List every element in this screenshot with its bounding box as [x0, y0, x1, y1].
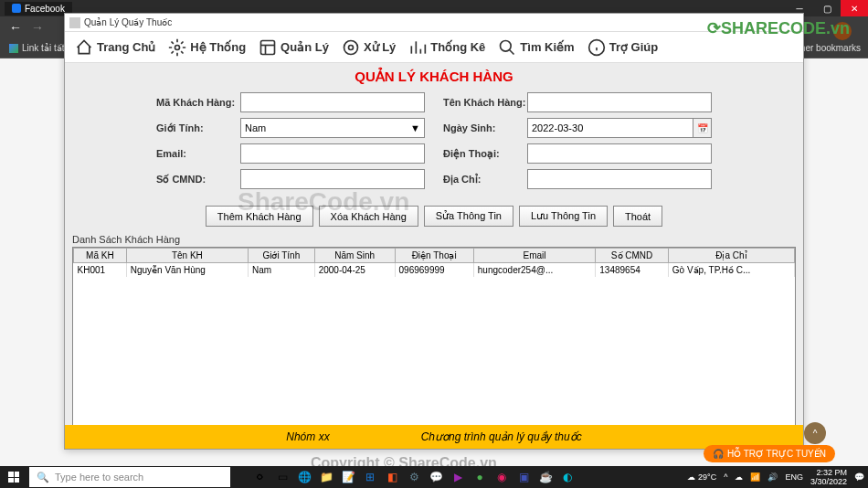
tray-clock[interactable]: 2:32 PM 3/30/2022	[810, 468, 847, 486]
svg-point-10	[501, 40, 512, 51]
add-button[interactable]: Thêm Khách Hàng	[206, 206, 313, 227]
weather-icon: ☁	[687, 472, 695, 482]
browser-tab[interactable]: Facebook	[5, 2, 72, 16]
app-footer: Nhóm xx Chương trình quản lý quầy thuốc	[65, 425, 803, 449]
table-cell: hungcoder254@...	[473, 263, 596, 278]
label-cmnd: Số CMND:	[156, 174, 240, 186]
toolbar-search[interactable]: Tìm Kiếm	[492, 37, 579, 58]
facebook-icon	[12, 4, 21, 13]
tray-lang[interactable]: ENG	[785, 472, 803, 482]
toolbar-label: Hệ Thống	[190, 40, 246, 54]
input-cmnd[interactable]	[240, 169, 425, 189]
scroll-top-button[interactable]: ^	[804, 422, 826, 444]
support-button[interactable]: 🎧 HỖ TRỢ TRỰC TUYẾN	[704, 445, 835, 462]
toolbar-home[interactable]: Trang Chủ	[69, 37, 161, 58]
app-icon-11[interactable]: ▣	[513, 467, 534, 487]
app-icon-7[interactable]: 💬	[426, 467, 446, 487]
input-ngay-sinh[interactable]	[527, 118, 693, 138]
footer-group: Nhóm xx	[286, 430, 329, 443]
maximize-button[interactable]: ▢	[813, 0, 841, 16]
app-icon-1[interactable]: 🌐	[294, 467, 314, 487]
table-header[interactable]: Số CMND	[596, 249, 669, 263]
input-email[interactable]	[240, 143, 425, 164]
select-value: Nam	[245, 122, 266, 133]
select-gioi-tinh[interactable]: Nam ▼	[240, 118, 425, 138]
bookmark-label: Link tải tất	[22, 43, 64, 53]
cortana-icon[interactable]: ⭘	[250, 467, 270, 487]
close-button[interactable]: ✕	[841, 0, 868, 16]
toolbar-manage[interactable]: Quản Lý	[253, 37, 334, 58]
table-header[interactable]: Năm Sinh	[314, 249, 395, 263]
search-placeholder: Type here to search	[55, 472, 143, 483]
forward-arrow-icon[interactable]: →	[31, 20, 44, 35]
table-cell: 2000-04-25	[314, 263, 395, 278]
list-label: Danh Sách Khách Hàng	[65, 234, 803, 247]
weather-widget[interactable]: ☁ 29°C	[687, 472, 716, 482]
table-cell: Gò Vấp, TP.Hồ C...	[668, 263, 794, 278]
taskview-icon[interactable]: ▭	[272, 467, 292, 487]
taskbar-search[interactable]: 🔍 Type here to search	[29, 467, 230, 487]
table-header[interactable]: Tên KH	[126, 249, 248, 263]
toolbar: Trang Chủ Hệ Thống Quản Lý Xử Lý Thống K…	[65, 32, 803, 63]
label-dien-thoai: Điện Thoại:	[443, 148, 527, 160]
table-header-row: Mã KHTên KHGiới TínhNăm SinhĐiện ThoạiEm…	[74, 249, 795, 263]
app-icon-8[interactable]: ▶	[448, 467, 468, 487]
table-header[interactable]: Giới Tính	[248, 249, 314, 263]
table-header[interactable]: Điện Thoại	[395, 249, 473, 263]
input-dia-chi[interactable]	[527, 169, 712, 189]
app-icon-3[interactable]: 📝	[338, 467, 358, 487]
tray-chevron-icon[interactable]: ^	[724, 472, 727, 482]
table-header[interactable]: Mã KH	[74, 249, 127, 263]
save-button[interactable]: Lưu Thông Tin	[519, 206, 608, 227]
button-row: Thêm Khách Hàng Xóa Khách Hàng Sửa Thông…	[65, 202, 803, 234]
back-arrow-icon[interactable]: ←	[9, 20, 22, 35]
taskbar: 🔍 Type here to search ⭘ ▭ 🌐 📁 📝 ⊞ ◧ ⚙ 💬 …	[0, 466, 868, 488]
label-ten-kh: Tên Khách Hàng:	[443, 97, 527, 108]
table-cell: 13489654	[596, 263, 669, 278]
table-cell: 096969999	[395, 263, 473, 278]
headset-icon: 🎧	[713, 449, 724, 459]
windows-icon	[8, 472, 19, 483]
app-icon-2[interactable]: 📁	[316, 467, 336, 487]
form-area: Mã Khách Hàng: Tên Khách Hàng: Giới Tính…	[65, 90, 803, 202]
tray-volume-icon[interactable]: 🔊	[767, 472, 778, 482]
drive-icon	[9, 44, 18, 53]
toolbar-stats[interactable]: Thống Kê	[403, 37, 491, 58]
app-icon-6[interactable]: ⚙	[404, 467, 424, 487]
app-icon-9[interactable]: ●	[470, 467, 490, 487]
table-cell: KH001	[74, 263, 127, 278]
app-icon-10[interactable]: ◉	[492, 467, 512, 487]
tray-onedrive-icon[interactable]: ☁	[735, 472, 743, 482]
table-row[interactable]: KH001Nguyễn Văn HùngNam2000-04-250969699…	[74, 263, 795, 278]
toolbar-help[interactable]: Trợ Giúp	[582, 37, 664, 58]
toolbar-process[interactable]: Xử Lý	[336, 37, 401, 58]
footer-desc: Chương trình quản lý quầy thuốc	[421, 430, 582, 443]
start-button[interactable]	[0, 466, 27, 488]
toolbar-label: Trang Chủ	[97, 40, 155, 54]
table-cell: Nguyễn Văn Hùng	[126, 263, 248, 278]
bookmark-item[interactable]: Link tải tất	[9, 43, 64, 53]
delete-button[interactable]: Xóa Khách Hàng	[319, 206, 418, 227]
app-icon-12[interactable]: ☕	[535, 467, 556, 487]
exit-button[interactable]: Thoát	[613, 206, 662, 227]
process-icon	[342, 38, 360, 57]
tray-wifi-icon[interactable]: 📶	[750, 472, 760, 482]
toolbar-system[interactable]: Hệ Thống	[163, 37, 251, 58]
input-dien-thoai[interactable]	[527, 143, 712, 164]
other-bookmarks[interactable]: her bookmarks	[800, 43, 861, 53]
app-icon-4[interactable]: ⊞	[360, 467, 380, 487]
calendar-button[interactable]: 📅	[693, 118, 712, 138]
table-header[interactable]: Email	[473, 249, 596, 263]
toolbar-label: Tìm Kiếm	[520, 40, 574, 54]
input-ten-kh[interactable]	[527, 92, 712, 112]
table-cell: Nam	[248, 263, 314, 278]
tray-notification-icon[interactable]: 💬	[854, 472, 864, 482]
app-icon-5[interactable]: ◧	[382, 467, 402, 487]
table-header[interactable]: Địa Chỉ	[668, 249, 794, 263]
app-icon-13[interactable]: ◐	[557, 467, 577, 487]
sharecode-logo: ⟳SHARECODE.vn	[707, 18, 850, 38]
toolbar-label: Trợ Giúp	[609, 40, 659, 54]
label-ma-kh: Mã Khách Hàng:	[156, 97, 240, 108]
input-ma-kh[interactable]	[240, 92, 425, 112]
edit-button[interactable]: Sửa Thông Tin	[424, 206, 513, 227]
